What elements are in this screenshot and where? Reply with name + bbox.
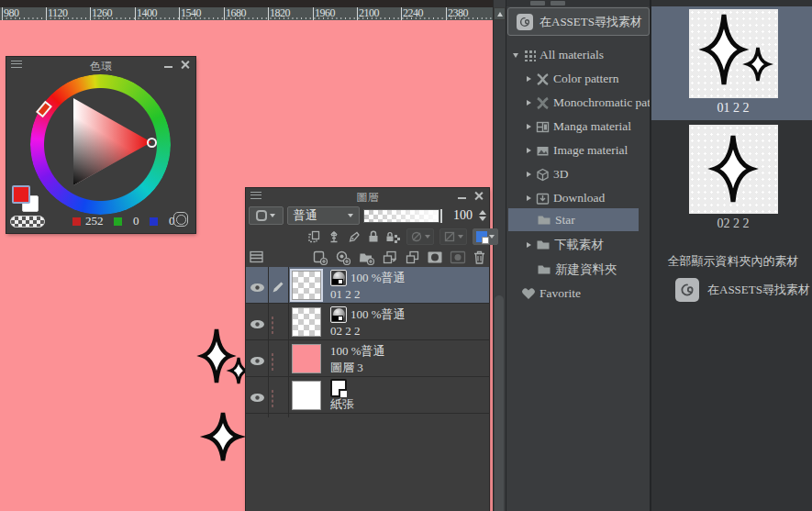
horizontal-ruler: 980 1120 1260 1400 1540 1680 1820 1960 2… <box>0 7 493 20</box>
ruler-label: 2100 <box>357 7 379 20</box>
ruler-range-dropdown[interactable] <box>439 228 467 245</box>
draft-checkbox[interactable] <box>272 390 273 407</box>
sv-marker[interactable] <box>147 138 157 148</box>
transparent-color-button[interactable] <box>10 216 45 228</box>
draft-checkbox[interactable] <box>272 317 273 334</box>
foreground-color-swatch[interactable] <box>12 185 30 204</box>
tree-item-3d[interactable]: 3D <box>525 165 650 183</box>
ruler-label: 1260 <box>90 7 112 20</box>
chevron-collapsed-icon[interactable] <box>525 194 533 203</box>
visibility-eye-icon[interactable] <box>250 317 265 333</box>
lock-transparency-icon[interactable] <box>385 229 401 244</box>
search-assets-footer-label: 在ASSETS尋找素材 <box>707 282 810 298</box>
chevron-collapsed-icon[interactable] <box>525 241 533 250</box>
merge-down-icon[interactable] <box>405 250 420 265</box>
rounded-square-icon <box>256 210 267 221</box>
folder-icon <box>537 263 551 276</box>
layer-thumbnail[interactable] <box>292 381 321 410</box>
ruler-label: 1680 <box>224 7 246 20</box>
layer-thumbnail[interactable] <box>292 344 321 373</box>
transfer-to-layer-icon[interactable] <box>382 250 398 265</box>
tree-item-manga-material[interactable]: Manga material <box>525 117 650 136</box>
close-icon[interactable] <box>180 60 190 70</box>
apply-mask-icon[interactable] <box>450 250 466 265</box>
chevron-collapsed-icon[interactable] <box>525 171 533 179</box>
draft-checkbox[interactable] <box>272 353 273 371</box>
green-value: 0 <box>127 214 139 228</box>
tree-item-new-folder[interactable]: 新建資料夾 <box>537 261 649 279</box>
new-folder-icon[interactable] <box>358 250 375 265</box>
ruler-display-dropdown[interactable] <box>406 228 434 245</box>
layer-row[interactable]: 100 %普通 圖層 3 <box>246 340 489 377</box>
chevron-collapsed-icon[interactable] <box>525 123 533 131</box>
scroll-up-button[interactable] <box>494 7 506 20</box>
delete-layer-icon[interactable] <box>473 250 486 265</box>
visibility-eye-icon[interactable] <box>250 390 265 406</box>
palette-shape-dropdown[interactable] <box>249 206 284 225</box>
layer-mask-icon[interactable] <box>427 250 443 265</box>
download-icon <box>536 192 550 206</box>
opacity-slider[interactable] <box>363 209 439 223</box>
reference-layer-icon[interactable] <box>327 229 341 244</box>
layer-row[interactable]: 100 %普通 02 2 2 <box>246 304 489 340</box>
sparkle-star <box>706 15 742 84</box>
layer-blend-info: 100 %普通 <box>330 343 385 360</box>
chevron-down-icon <box>348 214 353 217</box>
visibility-eye-icon[interactable] <box>250 280 265 296</box>
new-layer-icon[interactable] <box>312 250 328 265</box>
color-wheel-panel: 色環 252 0 0 <box>6 57 195 233</box>
minimize-icon[interactable] <box>457 191 467 201</box>
tone-effect-icon <box>330 306 347 323</box>
image-material-icon <box>536 144 550 158</box>
new-layer-dialog-icon[interactable] <box>335 250 351 265</box>
draft-layer-icon[interactable] <box>347 229 362 244</box>
layer-name: 01 2 2 <box>330 286 487 303</box>
tree-item-star[interactable]: Star <box>508 208 639 231</box>
layer-list-options-icon[interactable] <box>249 250 264 264</box>
layer-blend-info: 100 %普通 <box>350 270 406 286</box>
minimize-icon[interactable] <box>163 60 173 70</box>
tree-item-favorite[interactable]: Favorite <box>521 284 648 303</box>
material-thumbnail[interactable] <box>689 9 778 98</box>
blend-mode-value: 普通 <box>294 207 317 224</box>
layer-color-dropdown[interactable] <box>473 228 498 245</box>
clip-to-layer-icon[interactable] <box>306 229 321 244</box>
blend-mode-dropdown[interactable]: 普通 <box>287 206 360 225</box>
ruler-label: 1120 <box>46 7 68 20</box>
material-thumbnail[interactable] <box>689 125 778 214</box>
layer-row[interactable]: 100 %普通 01 2 2 <box>246 267 489 304</box>
lock-layer-icon[interactable] <box>367 229 380 244</box>
layer-name: 02 2 2 <box>330 323 487 339</box>
layer-thumbnail[interactable] <box>292 271 321 300</box>
layer-row[interactable]: 紙張 <box>246 377 489 414</box>
monochrome-pattern-icon <box>536 96 550 110</box>
close-icon[interactable] <box>473 191 484 201</box>
tree-item-color-pattern[interactable]: Color pattern <box>525 70 650 88</box>
tree-item-image-material[interactable]: Image material <box>525 141 650 160</box>
tree-item-monochromatic-pattern[interactable]: Monochromatic patt <box>525 94 650 112</box>
tree-item-all-materials[interactable]: All materials <box>512 46 648 64</box>
layer-color-swatch <box>476 231 487 242</box>
chevron-collapsed-icon[interactable] <box>525 99 533 107</box>
opacity-stepper[interactable] <box>479 210 486 221</box>
column-divider <box>268 267 269 417</box>
ruler-label: 1540 <box>179 7 201 20</box>
search-assets-button[interactable]: 在ASSETS尋找素材 <box>507 7 650 36</box>
color-mode-icon[interactable] <box>173 212 188 227</box>
layer-thumbnail[interactable] <box>292 307 321 337</box>
heart-icon <box>521 287 536 300</box>
chevron-collapsed-icon[interactable] <box>525 75 533 83</box>
chevron-expanded-icon[interactable] <box>512 51 520 60</box>
opacity-value: 100 <box>450 208 473 223</box>
scrollbar-thumb[interactable] <box>495 295 504 511</box>
blue-square-icon <box>150 217 158 226</box>
search-assets-footer-button[interactable]: 在ASSETS尋找素材 <box>675 278 810 302</box>
red-square-icon <box>72 217 81 226</box>
material-label: 02 2 2 <box>651 217 812 231</box>
tree-item-download[interactable]: Download <box>525 189 650 207</box>
visibility-eye-icon[interactable] <box>250 353 265 370</box>
green-square-icon <box>114 217 122 226</box>
tree-item-downloaded-materials[interactable]: 下載素材 <box>525 236 650 254</box>
chevron-collapsed-icon[interactable] <box>525 147 533 155</box>
layer-list: 100 %普通 01 2 2 100 %普通 02 2 2 <box>246 267 489 414</box>
